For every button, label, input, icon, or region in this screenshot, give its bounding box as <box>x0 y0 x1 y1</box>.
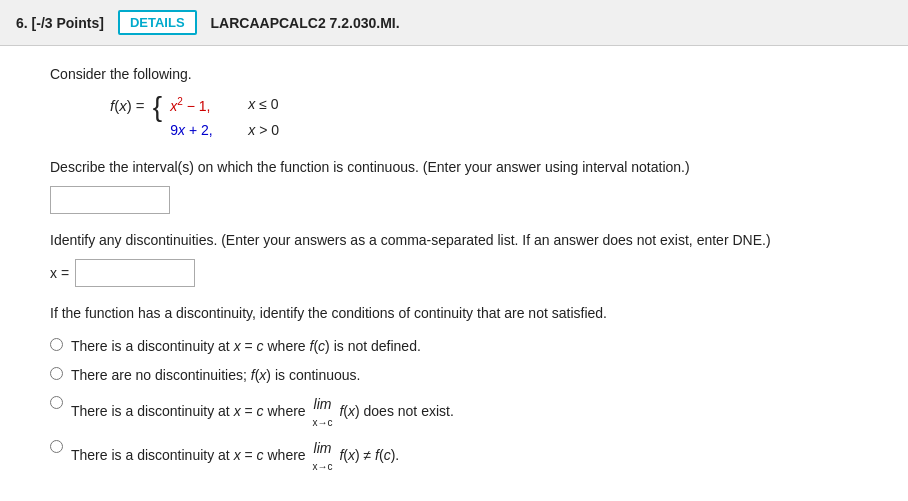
header-bar: 6. [-/3 Points] DETAILS LARCAAPCALC2 7.2… <box>0 0 908 46</box>
question-1-text: Describe the interval(s) on which the fu… <box>50 157 868 178</box>
question-3-text: If the function has a discontinuity, ide… <box>50 303 868 324</box>
radio-option-4[interactable]: There is a discontinuity at x = c where … <box>50 438 868 474</box>
page-wrapper: 6. [-/3 Points] DETAILS LARCAAPCALC2 7.2… <box>0 0 908 501</box>
radio-option-1[interactable]: There is a discontinuity at x = c where … <box>50 336 868 357</box>
piece2-cond: x > 0 <box>248 119 279 143</box>
option-4-text: There is a discontinuity at x = c where … <box>71 438 399 474</box>
function-var: x <box>119 97 127 114</box>
piece1-expr: x2 − 1, <box>170 93 240 118</box>
brace-symbol: { <box>153 91 162 122</box>
answer-input-2[interactable] <box>75 259 195 287</box>
piece1-cond: x ≤ 0 <box>248 93 278 118</box>
lim-sub-3: x→c <box>313 415 333 430</box>
function-definition: f(x) = { x2 − 1, x ≤ 0 9x + 2, x > 0 <box>110 92 868 143</box>
piece-2: 9x + 2, x > 0 <box>170 119 279 143</box>
lim-sub-4: x→c <box>313 459 333 474</box>
radio-1[interactable] <box>50 338 63 351</box>
piece2-expr: 9x + 2, <box>170 119 240 143</box>
limit-notation-4: lim x→c <box>313 438 333 474</box>
x-equals-label: x = <box>50 265 69 281</box>
piecewise-container: x2 − 1, x ≤ 0 9x + 2, x > 0 <box>170 93 279 142</box>
answer-input-1[interactable] <box>50 186 170 214</box>
radio-2[interactable] <box>50 367 63 380</box>
content-area: Consider the following. f(x) = { x2 − 1,… <box>0 46 908 501</box>
option-1-text: There is a discontinuity at x = c where … <box>71 336 421 357</box>
problem-code: LARCAAPCALC2 7.2.030.MI. <box>211 15 400 31</box>
piece-1: x2 − 1, x ≤ 0 <box>170 93 279 118</box>
option-2-text: There are no discontinuities; f(x) is co… <box>71 365 361 386</box>
consider-text: Consider the following. <box>50 66 868 82</box>
limit-notation-3: lim x→c <box>313 394 333 430</box>
radio-option-2[interactable]: There are no discontinuities; f(x) is co… <box>50 365 868 386</box>
radio-option-3[interactable]: There is a discontinuity at x = c where … <box>50 394 868 430</box>
problem-number: 6. [-/3 Points] <box>16 15 104 31</box>
lim-word-4: lim <box>314 438 332 459</box>
question-2-text: Identify any discontinuities. (Enter you… <box>50 230 868 251</box>
details-button[interactable]: DETAILS <box>118 10 197 35</box>
radio-3[interactable] <box>50 396 63 409</box>
option-3-text: There is a discontinuity at x = c where … <box>71 394 454 430</box>
x-equals-row: x = <box>50 259 868 287</box>
radio-4[interactable] <box>50 440 63 453</box>
lim-word-3: lim <box>314 394 332 415</box>
